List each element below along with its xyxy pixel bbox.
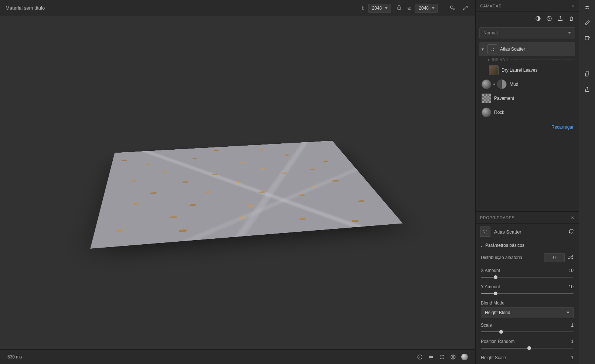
lock-icon[interactable]	[395, 4, 404, 11]
sphere-preview-icon[interactable]	[461, 354, 468, 360]
layer-name: Atlas Scatter	[500, 47, 525, 52]
properties-panel-header: PROPRIEDADES ×	[476, 212, 579, 224]
share-icon[interactable]	[584, 86, 590, 92]
prop-height-scale: Height Scale 1	[476, 353, 579, 364]
render-time: 530 ms	[7, 354, 22, 360]
svg-point-7	[491, 48, 492, 48]
layer-rock[interactable]: Rock	[479, 105, 575, 119]
svg-point-10	[493, 50, 494, 51]
viewport-3d[interactable]	[0, 16, 475, 349]
sliders-icon[interactable]	[584, 4, 590, 10]
prop-y-amount: Y Amount 10	[476, 282, 579, 298]
height-label: a:	[407, 6, 411, 11]
document-title: Material sem título	[6, 5, 362, 11]
layers-panel-header: CAMADAS ×	[476, 0, 579, 12]
add-material-icon[interactable]	[584, 35, 590, 41]
blend-mode-select[interactable]: Height Blend	[481, 307, 574, 318]
properties-title: PROPRIEDADES	[480, 215, 514, 220]
layer-pavement[interactable]: Pavement	[479, 91, 575, 105]
svg-point-1	[450, 6, 453, 8]
status-bar: 530 ms	[0, 349, 475, 364]
material-preview-plane	[90, 140, 402, 248]
eyedropper-icon[interactable]	[584, 20, 590, 26]
property-thumb	[480, 227, 490, 237]
prop-x-amount: X Amount 10	[476, 266, 579, 282]
expand-icon[interactable]	[461, 4, 470, 13]
contrast-icon[interactable]	[535, 16, 541, 21]
prop-blend-mode: Blend Mode Height Blend	[476, 298, 579, 320]
top-bar: Material sem título l: 2048 a: 2048	[0, 0, 475, 16]
layer-atlas-scatter[interactable]: ▼ Atlas Scatter	[479, 42, 575, 56]
svg-rect-3	[429, 356, 432, 358]
layer-blend-mode-select[interactable]: Normal	[479, 27, 575, 38]
scale-slider[interactable]	[481, 329, 574, 334]
prop-random-distribution: Distribuição aleatória	[476, 251, 579, 266]
layer-thumb-mud-sphere	[482, 79, 491, 89]
prop-scale: Scale 1	[476, 320, 579, 337]
shuffle-icon[interactable]	[568, 254, 574, 261]
svg-rect-0	[398, 7, 401, 9]
camera-icon[interactable]	[428, 354, 434, 360]
adjustments-icon[interactable]	[546, 16, 552, 21]
close-properties-icon[interactable]: ×	[571, 215, 574, 221]
layers-title: CAMADAS	[480, 4, 501, 8]
svg-rect-17	[585, 37, 588, 40]
link-dot-icon	[493, 84, 495, 85]
property-node-row: Atlas Scatter	[476, 224, 579, 240]
property-node-name: Atlas Scatter	[494, 229, 565, 235]
svg-point-13	[484, 232, 485, 233]
documents-icon[interactable]	[584, 71, 590, 77]
layer-thumb-scatter	[487, 44, 497, 54]
random-dist-input[interactable]	[544, 253, 565, 262]
properties-panel: PROPRIEDADES × Atlas Scatter ⌄ Parâmetro…	[476, 211, 579, 364]
insert-section-label[interactable]: ▼ INSIRA 1	[479, 56, 575, 63]
layers-toolbar	[476, 12, 579, 25]
svg-point-8	[493, 48, 494, 49]
layer-thumb-pavement	[482, 93, 491, 103]
svg-rect-18	[586, 72, 588, 75]
layer-mud[interactable]: Mud	[479, 77, 575, 91]
info-icon[interactable]	[417, 354, 423, 360]
width-select[interactable]: 2048	[368, 4, 391, 13]
right-icon-rail	[579, 0, 595, 364]
refresh-icon[interactable]	[439, 354, 445, 360]
y-amount-slider[interactable]	[481, 291, 574, 296]
svg-point-14	[486, 233, 487, 234]
section-basic-params[interactable]: ⌄ Parâmetros básicos	[476, 240, 579, 251]
svg-point-11	[483, 230, 484, 231]
position-random-slider[interactable]	[481, 346, 574, 351]
svg-point-9	[492, 50, 492, 51]
prop-position-random: Position Random 1	[476, 337, 579, 353]
layer-thumb-leaves	[489, 65, 499, 75]
globe-icon[interactable]	[450, 354, 456, 360]
reset-icon[interactable]	[568, 228, 574, 235]
chevron-down-icon: ⌄	[480, 244, 483, 248]
layer-thumb-mud-mask	[497, 79, 507, 89]
reload-link[interactable]: Recarregar	[551, 125, 574, 130]
svg-point-12	[486, 231, 487, 231]
layer-expand-caret[interactable]: ▼	[481, 47, 484, 51]
export-icon[interactable]	[557, 16, 563, 21]
reload-link-row: Recarregar	[476, 121, 579, 133]
x-amount-slider[interactable]	[481, 275, 574, 280]
layer-dry-laurel-leaves[interactable]: Dry Laurel Leaves	[479, 63, 575, 77]
material-toggle-icon[interactable]	[448, 4, 457, 13]
layer-thumb-rock	[482, 108, 491, 117]
trash-icon[interactable]	[568, 16, 574, 21]
layer-list: ▼ Atlas Scatter ▼ INSIRA 1 Dry Laurel Le…	[476, 41, 579, 121]
close-layers-icon[interactable]: ×	[571, 3, 574, 9]
width-label: l:	[362, 6, 364, 11]
right-sidebar: CAMADAS × Normal ▼ Atlas Scatter ▼ INSIR…	[475, 0, 579, 364]
height-select[interactable]: 2048	[415, 4, 438, 13]
